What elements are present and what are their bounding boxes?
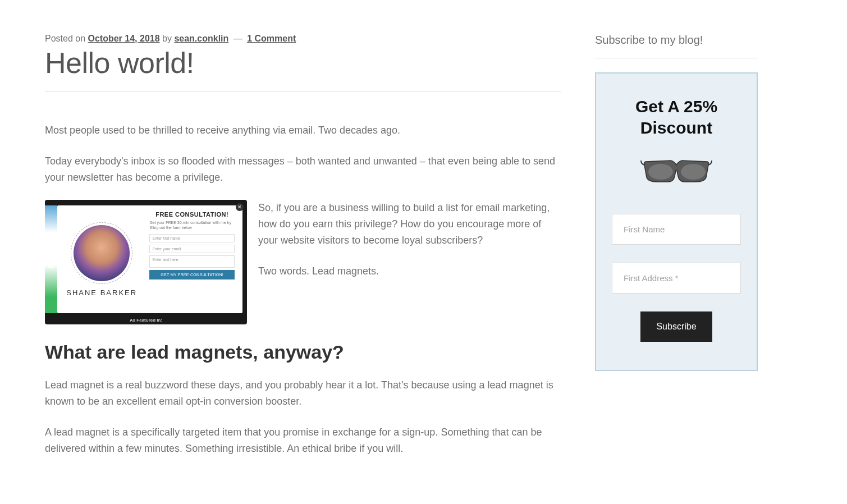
post-meta: Posted on October 14, 2018 by sean.conkl… bbox=[45, 34, 561, 44]
embedded-screenshot: E L SHANE BARKER ✕ FREE CONSULTATION! bbox=[45, 200, 247, 324]
popup-input-email: Enter your email bbox=[149, 245, 235, 253]
avatar-illustration bbox=[74, 225, 130, 281]
sidebar-divider bbox=[595, 58, 758, 58]
article: Posted on October 14, 2018 by sean.conkl… bbox=[45, 34, 561, 471]
popup-left: SHANE BARKER bbox=[57, 205, 146, 313]
edge-letter: E bbox=[48, 249, 54, 259]
svg-point-1 bbox=[681, 164, 706, 180]
meta-posted-on: Posted on bbox=[45, 34, 88, 43]
subscribe-button[interactable]: Subscribe bbox=[640, 311, 712, 342]
sidebar: Subscribe to my blog! Get A 25% Discount… bbox=[595, 34, 758, 471]
edge-letter: L bbox=[48, 259, 54, 269]
post-title: Hello world! bbox=[45, 46, 561, 80]
paragraph: Lead magnet is a real buzzword these day… bbox=[45, 377, 561, 410]
address-input[interactable] bbox=[612, 263, 741, 294]
popup-subtext: Get your FREE 30-min consultation with m… bbox=[149, 220, 235, 230]
paragraph: A lead magnet is a specifically targeted… bbox=[45, 424, 561, 457]
popup-footer-text: As Featured In: bbox=[45, 318, 247, 323]
avatar-circle bbox=[71, 222, 132, 284]
subscribe-box: Get A 25% Discount Subscribe bbox=[595, 72, 758, 371]
avatar-name: SHANE BARKER bbox=[66, 288, 137, 297]
popup-cta-button: GET MY FREE CONSULTATION! bbox=[149, 270, 235, 280]
sunglasses-icon bbox=[640, 155, 713, 186]
post-author-link[interactable]: sean.conklin bbox=[174, 34, 228, 43]
popup-card: SHANE BARKER ✕ FREE CONSULTATION! Get yo… bbox=[57, 205, 242, 313]
first-name-input[interactable] bbox=[612, 214, 741, 245]
title-divider bbox=[45, 91, 561, 91]
paragraph: Today everybody's inbox is so flooded wi… bbox=[45, 153, 561, 186]
subscribe-heading: Get A 25% Discount bbox=[612, 96, 741, 138]
popup-heading: FREE CONSULTATION! bbox=[149, 211, 235, 218]
popup-input-text: Enter text here bbox=[149, 255, 235, 268]
post-content: Most people used to be thrilled to recei… bbox=[45, 122, 561, 457]
post-date-link[interactable]: October 14, 2018 bbox=[88, 34, 160, 43]
meta-separator: — bbox=[231, 34, 245, 43]
sidebar-title: Subscribe to my blog! bbox=[595, 34, 758, 47]
post-comments-link[interactable]: 1 Comment bbox=[247, 34, 296, 43]
popup-screenshot: E L SHANE BARKER ✕ FREE CONSULTATION! bbox=[45, 200, 247, 324]
popup-input-name: Enter first name bbox=[149, 234, 235, 242]
meta-by: by bbox=[160, 34, 175, 43]
popup-right: ✕ FREE CONSULTATION! Get your FREE 30-mi… bbox=[146, 205, 242, 313]
paragraph: Most people used to be thrilled to recei… bbox=[45, 122, 561, 139]
svg-point-0 bbox=[648, 164, 673, 180]
background-edge: E L bbox=[45, 205, 57, 313]
section-heading: What are lead magnets, anyway? bbox=[45, 341, 561, 363]
close-icon: ✕ bbox=[236, 203, 244, 211]
